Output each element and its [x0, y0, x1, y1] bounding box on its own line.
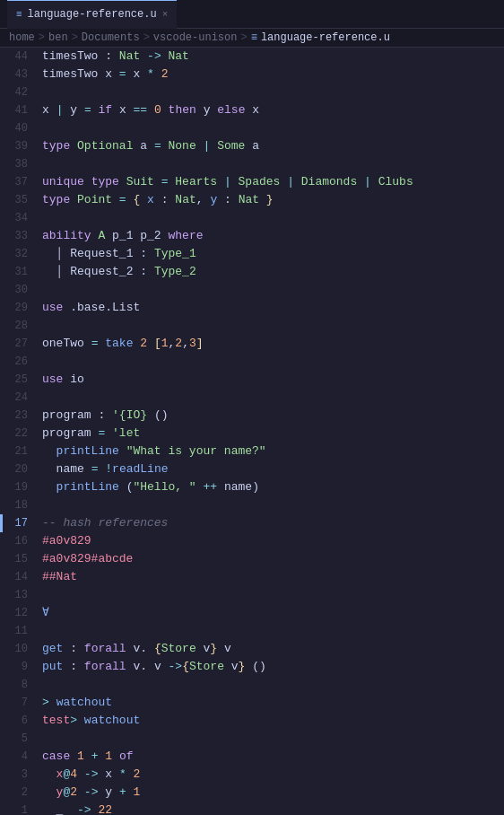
line-28: 28 — [0, 317, 504, 335]
breadcrumb-vscode-unison[interactable]: vscode-unison — [153, 31, 238, 44]
line-number: 17 — [3, 514, 37, 532]
line-content: _ -> 22 — [37, 802, 504, 815]
line-number: 9 — [3, 658, 37, 676]
line-10: 10 get : forall v. {Store v} v — [0, 640, 504, 658]
line-21: 21 printLine "What is your name?" — [0, 443, 504, 460]
breadcrumb-home[interactable]: home — [9, 31, 35, 44]
line-12: 12 ∀ — [0, 604, 504, 622]
line-number: 19 — [3, 478, 37, 496]
line-number: 22 — [3, 425, 37, 443]
tab-filename: language-reference.u — [28, 8, 157, 21]
line-40: 40 — [0, 119, 504, 137]
line-number: 31 — [3, 263, 37, 281]
line-number: 39 — [3, 137, 37, 155]
line-20: 20 name = !readLine — [0, 460, 504, 478]
line-content: get : forall v. {Store v} v — [37, 640, 504, 658]
line-22: 22 program = 'let — [0, 425, 504, 443]
line-2: 2 y@2 -> y + 1 — [0, 784, 504, 802]
line-19: 19 printLine ("Hello, " ++ name) — [0, 478, 504, 496]
line-number: 26 — [3, 353, 37, 371]
line-1: 1 _ -> 22 — [0, 802, 504, 815]
line-content: #a0v829 — [37, 532, 504, 550]
line-content: oneTwo = take 2 [1,2,3] — [37, 335, 504, 353]
line-25: 25 use io — [0, 371, 504, 389]
line-content: x@4 -> x * 2 — [37, 766, 504, 784]
line-content: use .base.List — [37, 299, 504, 317]
line-content: name = !readLine — [37, 460, 504, 478]
line-35: 35 type Point = { x : Nat, y : Nat } — [0, 191, 504, 209]
line-11: 11 — [0, 622, 504, 640]
line-3: 3 x@4 -> x * 2 — [0, 766, 504, 784]
breadcrumb-ben[interactable]: ben — [48, 31, 68, 44]
line-content: -- hash references — [37, 514, 504, 532]
line-content: use io — [37, 371, 504, 389]
line-number: 20 — [3, 460, 37, 478]
line-number: 38 — [3, 155, 37, 173]
line-31: 31 │ Request_2 : Type_2 — [0, 263, 504, 281]
line-43: 43 timesTwo x = x * 2 — [0, 66, 504, 83]
breadcrumb-documents[interactable]: Documents — [82, 31, 140, 44]
line-content: case 1 + 1 of — [37, 748, 504, 766]
line-number: 2 — [3, 784, 37, 802]
line-number: 35 — [3, 191, 37, 209]
title-bar: ≡ language-reference.u × — [0, 0, 504, 29]
code-editor: 44 timesTwo : Nat -> Nat 43 timesTwo x =… — [0, 48, 504, 815]
line-number: 18 — [3, 496, 37, 514]
line-16: 16 #a0v829 — [0, 532, 504, 550]
line-content: #a0v829#abcde — [37, 550, 504, 568]
line-14: 14 ##Nat — [0, 568, 504, 586]
line-4: 4 case 1 + 1 of — [0, 748, 504, 766]
breadcrumb-sep1: > — [39, 31, 45, 44]
line-content: timesTwo x = x * 2 — [37, 66, 504, 83]
line-number: 43 — [3, 66, 37, 83]
breadcrumb-file-icon: ≡ — [251, 31, 257, 44]
line-number: 29 — [3, 299, 37, 317]
editor-tab[interactable]: ≡ language-reference.u × — [7, 0, 177, 29]
line-number: 28 — [3, 317, 37, 335]
line-number: 41 — [3, 101, 37, 119]
line-38: 38 — [0, 155, 504, 173]
close-icon[interactable]: × — [162, 9, 169, 20]
line-content: printLine "What is your name?" — [37, 443, 504, 460]
line-content: unique type Suit = Hearts | Spades | Dia… — [37, 173, 504, 191]
line-number: 37 — [3, 173, 37, 191]
file-icon: ≡ — [16, 9, 22, 20]
line-content: ∀ — [37, 604, 504, 622]
line-number: 44 — [3, 48, 37, 66]
line-number: 16 — [3, 532, 37, 550]
line-number: 5 — [3, 730, 37, 748]
line-content: program : '{IO} () — [37, 407, 504, 425]
line-number: 15 — [3, 550, 37, 568]
line-41: 41 x | y = if x == 0 then y else x — [0, 101, 504, 119]
breadcrumb-sep3: > — [143, 31, 150, 44]
line-44: 44 timesTwo : Nat -> Nat — [0, 48, 504, 66]
line-27: 27 oneTwo = take 2 [1,2,3] — [0, 335, 504, 353]
line-32: 32 │ Request_1 : Type_1 — [0, 245, 504, 263]
line-9: 9 put : forall v. v ->{Store v} () — [0, 658, 504, 676]
line-30: 30 — [0, 281, 504, 299]
line-24: 24 — [0, 389, 504, 407]
line-number: 14 — [3, 568, 37, 586]
line-number: 33 — [3, 227, 37, 245]
line-29: 29 use .base.List — [0, 299, 504, 317]
line-number: 12 — [3, 604, 37, 622]
breadcrumb-file: language-reference.u — [261, 31, 390, 44]
line-number: 7 — [3, 694, 37, 712]
line-content: y@2 -> y + 1 — [37, 784, 504, 802]
line-content: test> watchout — [37, 712, 504, 730]
line-content: printLine ("Hello, " ++ name) — [37, 478, 504, 496]
line-number: 11 — [3, 622, 37, 640]
line-34: 34 — [0, 209, 504, 227]
line-8: 8 — [0, 676, 504, 694]
line-content: program = 'let — [37, 425, 504, 443]
breadcrumb: home > ben > Documents > vscode-unison >… — [0, 29, 504, 48]
line-18: 18 — [0, 496, 504, 514]
line-content: type Optional a = None | Some a — [37, 137, 504, 155]
line-number: 25 — [3, 371, 37, 389]
line-content: put : forall v. v ->{Store v} () — [37, 658, 504, 676]
line-33: 33 ability A p_1 p_2 where — [0, 227, 504, 245]
line-number: 23 — [3, 407, 37, 425]
line-number: 24 — [3, 389, 37, 407]
breadcrumb-sep4: > — [240, 31, 247, 44]
line-13: 13 — [0, 586, 504, 604]
